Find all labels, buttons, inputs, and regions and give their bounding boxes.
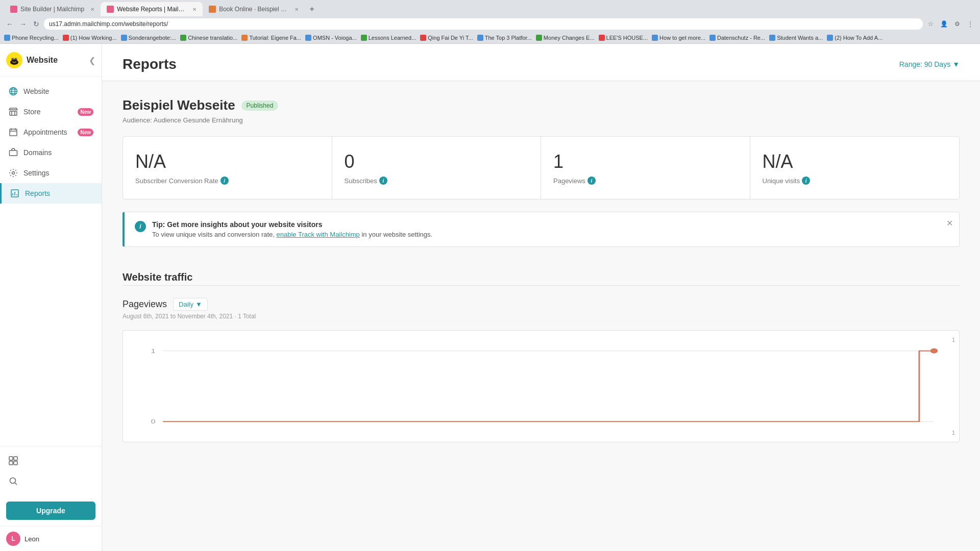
back-button[interactable]: ← xyxy=(4,18,15,30)
range-selector[interactable]: Range: 90 Days ▼ xyxy=(899,60,960,68)
bookmark-1[interactable]: (1) How Working... xyxy=(63,35,117,41)
bookmark-2[interactable]: Sonderangebote:... xyxy=(121,35,177,41)
sidebar-item-store[interactable]: Store New xyxy=(0,102,102,122)
bookmark-label-5: OMSN - Voioga... xyxy=(313,35,357,41)
svg-point-32 xyxy=(930,348,938,354)
sidebar: Website ❮ Website xyxy=(0,44,102,551)
sidebar-item-label-website: Website xyxy=(23,87,93,95)
chart-y-min: 1 xyxy=(952,430,955,436)
tab-favicon-3 xyxy=(209,6,216,13)
bookmark-5[interactable]: OMSN - Voioga... xyxy=(305,35,357,41)
upgrade-button[interactable]: Upgrade xyxy=(6,502,95,520)
sidebar-item-appointments[interactable]: Appointments New xyxy=(0,122,102,142)
sidebar-item-label-reports: Reports xyxy=(25,189,93,197)
stat-label-2: Pageviews i xyxy=(553,177,738,185)
bookmark-label-3: Chinese translatio... xyxy=(188,35,237,41)
bookmark-favicon-7 xyxy=(420,35,426,41)
stat-label-1: Subscribes i xyxy=(345,177,529,185)
extensions-icon[interactable]: ⚙ xyxy=(951,18,963,30)
bookmark-11[interactable]: How to get more... xyxy=(652,35,705,41)
stat-card-0: N/A Subscriber Conversion Rate i xyxy=(123,137,332,199)
bookmark-favicon-8 xyxy=(477,35,483,41)
mailchimp-logo-icon xyxy=(6,52,22,68)
browser-toolbar: ← → ↻ us17.admin.mailchimp.com/website/r… xyxy=(0,16,980,32)
new-tab-button[interactable]: + xyxy=(305,2,319,16)
tab-close-2[interactable]: ✕ xyxy=(192,7,197,12)
main-content: Beispiel Webseite Published Audience: Au… xyxy=(102,81,980,459)
range-label: Range: 90 Days xyxy=(899,60,950,68)
stat-card-1: 0 Subscribes i xyxy=(332,137,542,199)
bookmark-label-11: How to get more... xyxy=(659,35,705,41)
info-icon-1[interactable]: i xyxy=(379,177,387,185)
bookmark-12[interactable]: Datenschutz - Re... xyxy=(709,35,765,41)
tab-close-1[interactable]: ✕ xyxy=(90,7,94,12)
user-section: L Leon xyxy=(0,526,102,551)
store-new-badge: New xyxy=(78,108,93,116)
sidebar-item-label-domains: Domains xyxy=(23,148,93,157)
sidebar-item-bottom-2[interactable] xyxy=(0,471,102,491)
info-icon-2[interactable]: i xyxy=(587,177,596,185)
bookmark-favicon-11 xyxy=(652,35,658,41)
bookmark-icon[interactable]: ☆ xyxy=(925,18,936,30)
svg-text:0: 0 xyxy=(151,419,156,425)
svg-line-27 xyxy=(15,483,17,485)
chart-title: Pageviews xyxy=(122,299,167,310)
bookmarks-bar: Phone Recycling... (1) How Working... So… xyxy=(0,32,980,44)
browser-tab-3[interactable]: Book Online · Beispiel Websc... ✕ xyxy=(203,2,305,16)
info-icon-0[interactable]: i xyxy=(220,177,229,185)
bookmark-label-1: (1) How Working... xyxy=(70,35,117,41)
frequency-chevron-icon: ▼ xyxy=(195,300,202,308)
address-bar[interactable]: us17.admin.mailchimp.com/website/reports… xyxy=(44,18,923,30)
audience-text: Audience: Audience Gesunde Ernährung xyxy=(122,116,960,124)
bookmark-favicon-13 xyxy=(769,35,775,41)
bookmark-9[interactable]: Money Changes E... xyxy=(536,35,595,41)
info-icon-3[interactable]: i xyxy=(802,177,810,185)
sidebar-item-domains[interactable]: Domains xyxy=(0,142,102,163)
tab-label-2: Website Reports | Mailchimp xyxy=(117,6,186,13)
bookmark-favicon-12 xyxy=(709,35,716,41)
sidebar-logo: Website xyxy=(6,52,58,68)
sidebar-item-reports[interactable]: Reports xyxy=(0,183,102,204)
stat-value-3: N/A xyxy=(763,151,947,172)
audience-label: Audience: xyxy=(122,116,152,124)
bookmark-4[interactable]: Tutorial: Eigene Fa... xyxy=(241,35,301,41)
bookmark-10[interactable]: LEE'S HOUSE... xyxy=(599,35,648,41)
sidebar-item-settings[interactable]: Settings xyxy=(0,163,102,183)
traffic-section: Website traffic Pageviews Daily ▼ August… xyxy=(122,271,960,442)
svg-rect-16 xyxy=(10,151,17,156)
forward-button[interactable]: → xyxy=(17,18,29,30)
tip-link[interactable]: enable Track with Mailchimp xyxy=(277,231,360,238)
sidebar-item-label-settings: Settings xyxy=(23,169,93,177)
bookmark-0[interactable]: Phone Recycling... xyxy=(4,35,59,41)
bookmark-label-8: The Top 3 Platfor... xyxy=(485,35,532,41)
browser-tab-2[interactable]: Website Reports | Mailchimp ✕ xyxy=(101,2,203,16)
bookmark-14[interactable]: (2) How To Add A... xyxy=(827,35,883,41)
reload-button[interactable]: ↻ xyxy=(31,18,42,30)
reports-icon xyxy=(10,188,20,198)
bookmark-7[interactable]: Qing Fai De Yi T... xyxy=(420,35,473,41)
bookmark-label-0: Phone Recycling... xyxy=(12,35,59,41)
tab-close-3[interactable]: ✕ xyxy=(295,7,299,12)
page-title: Reports xyxy=(122,56,177,72)
menu-icon[interactable]: ⋮ xyxy=(965,18,976,30)
published-badge: Published xyxy=(241,101,279,111)
tip-close-button[interactable]: ✕ xyxy=(946,218,953,228)
bookmark-favicon-6 xyxy=(361,35,367,41)
sidebar-item-label-store: Store xyxy=(23,108,72,116)
profile-icon[interactable]: 👤 xyxy=(938,18,949,30)
bookmark-3[interactable]: Chinese translatio... xyxy=(180,35,237,41)
sidebar-item-website[interactable]: Website xyxy=(0,81,102,102)
bookmark-favicon-1 xyxy=(63,35,69,41)
svg-rect-11 xyxy=(10,111,17,115)
sidebar-collapse-button[interactable]: ❮ xyxy=(89,56,95,65)
tip-box: i Tip: Get more insights about your webs… xyxy=(122,212,960,247)
bookmark-favicon-14 xyxy=(827,35,833,41)
sidebar-item-bottom-1[interactable] xyxy=(0,450,102,471)
bookmark-8[interactable]: The Top 3 Platfor... xyxy=(477,35,532,41)
bookmark-13[interactable]: Student Wants a... xyxy=(769,35,823,41)
bookmark-6[interactable]: Lessons Learned... xyxy=(361,35,416,41)
tab-favicon-1 xyxy=(10,6,17,13)
svg-text:1: 1 xyxy=(151,348,156,354)
frequency-select[interactable]: Daily ▼ xyxy=(173,298,208,311)
browser-tab-1[interactable]: Site Builder | Mailchimp ✕ xyxy=(4,2,101,16)
